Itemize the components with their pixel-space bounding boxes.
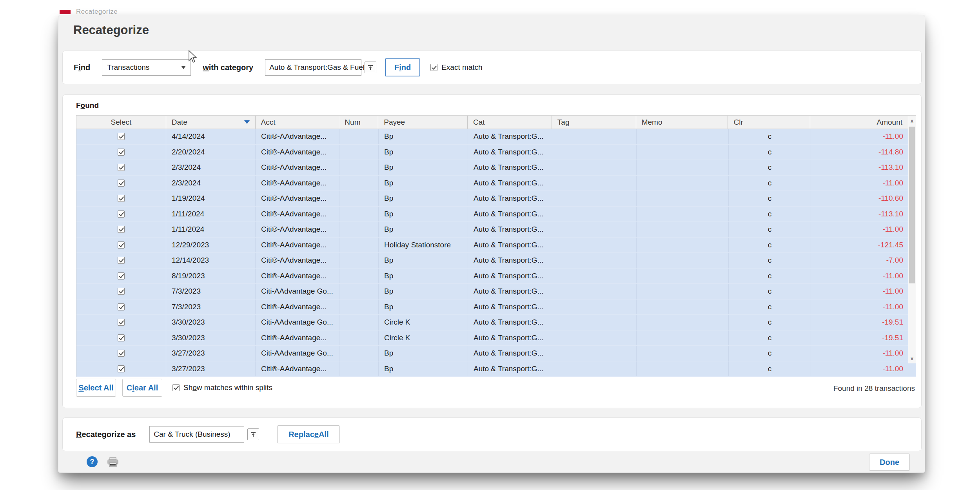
row-checkbox[interactable]: [118, 257, 125, 264]
row-checkbox[interactable]: [118, 365, 125, 372]
cell-amount: -113.10: [811, 207, 909, 222]
cell-select: [76, 361, 166, 377]
category-search-input[interactable]: Auto & Transport:Gas & Fuel: [265, 59, 361, 76]
column-header-memo[interactable]: Memo: [636, 116, 728, 129]
found-count-text: Found in 28 transactions: [833, 384, 915, 393]
table-row[interactable]: 12/29/2023 Citi®-AAdvantage... Holiday S…: [76, 238, 916, 253]
cell-cat: Auto & Transport:G...: [468, 145, 552, 160]
show-splits-checkbox[interactable]: [172, 384, 180, 391]
table-row[interactable]: 3/27/2023 Citi-AAdvantage Go... Bp Auto …: [76, 346, 916, 361]
cell-cat: Auto & Transport:G...: [468, 176, 552, 191]
cell-select: [76, 330, 166, 346]
select-all-button[interactable]: Select All: [76, 379, 116, 397]
row-checkbox[interactable]: [118, 164, 125, 171]
recategorize-as-label: Recategorize as: [76, 430, 136, 439]
row-checkbox[interactable]: [118, 319, 125, 326]
exact-match-label: Exact match: [441, 63, 483, 72]
table-row[interactable]: 8/19/2023 Citi®-AAdvantage... Bp Auto & …: [76, 269, 916, 284]
row-checkbox[interactable]: [118, 195, 125, 202]
row-checkbox[interactable]: [118, 272, 125, 279]
column-header-acct[interactable]: Acct: [255, 116, 339, 129]
table-row[interactable]: 3/30/2023 Citi®-AAdvantage... Circle K A…: [76, 330, 916, 346]
cell-payee: Bp: [378, 207, 468, 222]
table-row[interactable]: 3/30/2023 Citi-AAdvantage Go... Circle K…: [76, 315, 916, 330]
cell-tag: [552, 222, 636, 237]
table-row[interactable]: 4/14/2024 Citi®-AAdvantage... Bp Auto & …: [76, 129, 916, 145]
cell-num: [339, 207, 378, 222]
help-button[interactable]: ?: [87, 456, 98, 467]
cell-tag: [552, 176, 636, 191]
print-button[interactable]: [107, 457, 119, 469]
table-row[interactable]: 1/11/2024 Citi®-AAdvantage... Bp Auto & …: [76, 207, 916, 222]
row-checkbox[interactable]: [118, 241, 125, 249]
recategorize-as-input[interactable]: Car & Truck (Business): [149, 426, 244, 443]
row-checkbox[interactable]: [118, 350, 125, 357]
cell-date: 4/14/2024: [166, 129, 255, 144]
column-header-date[interactable]: Date: [166, 116, 255, 129]
find-button[interactable]: Find: [385, 58, 420, 76]
cell-select: [76, 191, 166, 206]
cell-acct: Citi®-AAdvantage...: [255, 129, 339, 144]
category-list-icon: [250, 431, 256, 437]
cell-amount: -11.00: [811, 284, 909, 299]
row-checkbox[interactable]: [118, 149, 125, 156]
scrollbar-down-button[interactable]: ∨: [908, 353, 916, 363]
scrollbar-up-button[interactable]: ∧: [908, 116, 916, 126]
cell-tag: [552, 238, 636, 253]
column-header-amount[interactable]: Amount: [810, 116, 908, 129]
replace-all-button[interactable]: Replace All: [277, 425, 340, 443]
table-row[interactable]: 7/3/2023 Citi-AAdvantage Go... Bp Auto &…: [76, 284, 916, 299]
table-row[interactable]: 12/14/2023 Citi®-AAdvantage... Bp Auto &…: [76, 253, 916, 269]
done-button[interactable]: Done: [869, 454, 910, 471]
cell-tag: [552, 207, 636, 222]
row-checkbox[interactable]: [118, 180, 125, 187]
cell-select: [76, 160, 166, 175]
cell-memo: [636, 284, 728, 299]
column-header-cat[interactable]: Cat: [467, 116, 552, 129]
find-type-dropdown[interactable]: Transactions: [102, 59, 191, 76]
row-checkbox[interactable]: [118, 334, 125, 341]
scrollbar-thumb[interactable]: [909, 127, 915, 283]
cell-tag: [552, 330, 636, 346]
sort-descending-icon: [244, 120, 250, 124]
cell-clr: c: [728, 207, 811, 222]
cell-num: [339, 222, 378, 237]
column-header-clr[interactable]: Clr: [728, 116, 810, 129]
category-picker-button[interactable]: [365, 62, 376, 73]
row-checkbox[interactable]: [118, 133, 125, 140]
cell-num: [339, 176, 378, 191]
cell-select: [76, 222, 166, 237]
column-header-select[interactable]: Select: [76, 116, 166, 129]
found-panel: Found Select Date Acct Num Payee Cat Tag…: [62, 94, 922, 408]
table-row[interactable]: 1/11/2024 Citi®-AAdvantage... Bp Auto & …: [76, 222, 916, 238]
cell-payee: Bp: [378, 129, 468, 144]
cell-cat: Auto & Transport:G...: [468, 222, 552, 237]
column-header-num[interactable]: Num: [339, 116, 378, 129]
cell-tag: [552, 129, 636, 144]
clear-all-button[interactable]: Clear All: [122, 379, 162, 397]
table-row[interactable]: 1/19/2024 Citi®-AAdvantage... Bp Auto & …: [76, 191, 916, 207]
exact-match-checkbox[interactable]: [430, 64, 437, 71]
recategorize-picker-button[interactable]: [247, 428, 259, 440]
table-row[interactable]: 2/3/2024 Citi®-AAdvantage... Bp Auto & T…: [76, 176, 916, 191]
cell-tag: [552, 346, 636, 361]
row-checkbox[interactable]: [118, 226, 125, 233]
table-row[interactable]: 3/27/2023 Citi®-AAdvantage... Bp Auto & …: [76, 361, 916, 377]
cell-clr: c: [728, 269, 811, 284]
window-tab[interactable]: Recategorize: [60, 8, 118, 16]
table-row[interactable]: 7/3/2023 Citi®-AAdvantage... Bp Auto & T…: [76, 299, 916, 315]
table-row[interactable]: 2/20/2024 Citi®-AAdvantage... Bp Auto & …: [76, 145, 916, 160]
column-header-payee[interactable]: Payee: [378, 116, 467, 129]
cell-select: [76, 253, 166, 268]
row-checkbox[interactable]: [118, 288, 125, 295]
category-list-icon: [367, 64, 374, 71]
table-scrollbar[interactable]: ∧ ∨: [908, 116, 916, 363]
table-row[interactable]: 2/3/2024 Citi®-AAdvantage... Bp Auto & T…: [76, 160, 916, 176]
row-checkbox[interactable]: [118, 303, 125, 310]
row-checkbox[interactable]: [118, 211, 125, 218]
cell-clr: c: [728, 222, 811, 237]
cell-memo: [636, 222, 728, 237]
column-header-tag[interactable]: Tag: [552, 116, 636, 129]
cell-amount: -19.51: [811, 315, 909, 330]
cell-cat: Auto & Transport:G...: [468, 191, 552, 206]
